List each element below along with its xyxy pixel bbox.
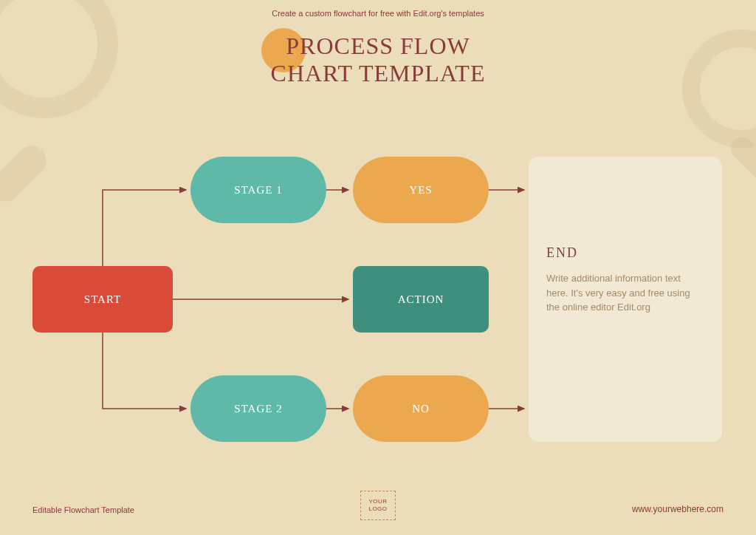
- end-body: Write additional information text here. …: [546, 271, 704, 315]
- title-line1: PROCESS FLOW: [286, 33, 470, 59]
- node-no: NO: [353, 375, 489, 442]
- footer-url: www.yourwebhere.com: [632, 504, 724, 514]
- tagline: Create a custom flowchart for free with …: [0, 9, 756, 18]
- logo-line1: YOUR: [368, 498, 387, 505]
- end-panel: END Write additional information text he…: [529, 157, 722, 442]
- node-action: ACTION: [353, 266, 489, 333]
- node-start: START: [32, 266, 173, 333]
- footer: Editable Flowchart Template YOUR LOGO ww…: [0, 491, 756, 520]
- node-stage1: STAGE 1: [190, 157, 326, 223]
- node-stage2: STAGE 2: [190, 375, 326, 442]
- title-line2: CHART TEMPLATE: [271, 60, 486, 86]
- logo-placeholder: YOUR LOGO: [360, 491, 396, 520]
- node-yes: YES: [353, 157, 489, 223]
- end-heading: END: [546, 245, 704, 261]
- logo-line2: LOGO: [368, 505, 387, 513]
- title-block: PROCESS FLOW CHART TEMPLATE: [0, 33, 756, 87]
- footer-caption: Editable Flowchart Template: [32, 505, 134, 514]
- bg-magnifier-handle-large: [0, 140, 52, 208]
